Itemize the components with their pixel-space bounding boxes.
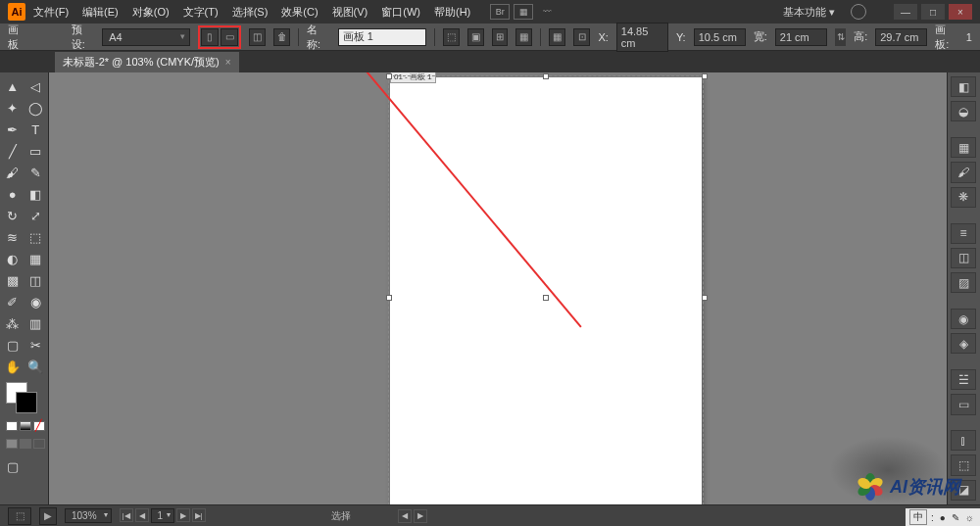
y-input[interactable]: 10.5 cm	[694, 28, 746, 46]
menu-type[interactable]: 文字(T)	[177, 2, 224, 23]
free-transform-tool[interactable]: ⬚	[25, 227, 47, 247]
portrait-orientation-button[interactable]: ▯	[201, 28, 219, 46]
artboards-panel-icon[interactable]: ▭	[951, 394, 976, 414]
last-artboard-button[interactable]: ▶|	[192, 508, 206, 522]
graphic-styles-panel-icon[interactable]: ◈	[951, 333, 976, 354]
artboard-name-input[interactable]	[338, 28, 426, 46]
handle-e[interactable]	[702, 295, 708, 301]
close-button[interactable]: ×	[949, 4, 972, 20]
canvas[interactable]: 01 - 画板 1	[49, 72, 947, 504]
slice-tool[interactable]: ✂	[25, 335, 47, 355]
menu-effect[interactable]: 效果(C)	[275, 2, 323, 23]
menu-edit[interactable]: 编辑(E)	[76, 2, 124, 23]
handle-ne[interactable]	[702, 73, 708, 79]
height-input[interactable]: 29.7 cm	[875, 28, 927, 46]
ime-lang[interactable]: 中	[909, 509, 927, 525]
landscape-orientation-button[interactable]: ▭	[220, 28, 238, 46]
artboard-nav-dropdown[interactable]: 1	[151, 508, 174, 523]
next-artboard-button[interactable]: ▶	[176, 508, 190, 522]
scroll-left-button[interactable]: ◀	[398, 509, 412, 523]
color-guide-panel-icon[interactable]: ◒	[951, 101, 976, 121]
transparency-panel-icon[interactable]: ▨	[951, 272, 976, 293]
scale-tool[interactable]: ⤢	[25, 206, 47, 225]
symbol-sprayer-tool[interactable]: ⁂	[2, 313, 24, 333]
link-wh-icon[interactable]: ⇅	[835, 28, 846, 46]
brushes-panel-icon[interactable]: 🖌	[951, 162, 976, 182]
menu-help[interactable]: 帮助(H)	[428, 2, 476, 23]
screen-mode-icon[interactable]: ▢	[2, 456, 24, 476]
gradient-tool[interactable]: ◫	[25, 270, 47, 290]
handle-nw[interactable]	[386, 73, 392, 79]
swatches-panel-icon[interactable]: ▦	[951, 137, 976, 158]
gpu-preview-icon[interactable]: ⬚	[8, 507, 31, 525]
minimize-button[interactable]: —	[894, 4, 917, 20]
search-icon[interactable]	[851, 4, 866, 20]
first-artboard-button[interactable]: |◀	[120, 508, 133, 522]
color-mode-icon[interactable]	[6, 421, 18, 431]
selection-tool[interactable]: ▲	[2, 76, 24, 96]
zoom-dropdown[interactable]: 103%	[65, 508, 112, 523]
type-tool[interactable]: T	[25, 120, 47, 139]
show-safe-icon[interactable]: ▦	[515, 28, 532, 46]
fill-stroke-swatches[interactable]	[2, 382, 46, 417]
stroke-panel-icon[interactable]: ≡	[951, 223, 976, 244]
artboard-tool[interactable]: ▢	[2, 335, 24, 355]
x-input[interactable]: 14.85 cm	[616, 23, 668, 52]
paintbrush-tool[interactable]: 🖌	[2, 163, 24, 182]
blob-brush-tool[interactable]: ●	[2, 184, 24, 204]
menu-view[interactable]: 视图(V)	[326, 2, 374, 23]
draw-behind-icon[interactable]	[20, 439, 31, 449]
eyedropper-tool[interactable]: ✐	[2, 292, 24, 311]
pencil-tool[interactable]: ✎	[25, 163, 47, 182]
stroke-swatch[interactable]	[16, 392, 37, 413]
ime-shape[interactable]: ●	[938, 512, 948, 523]
scroll-right-button[interactable]: ▶	[414, 509, 427, 523]
align-panel-icon[interactable]: ⫿	[951, 430, 976, 451]
eraser-tool[interactable]: ◧	[25, 184, 47, 204]
direct-selection-tool[interactable]: ◁	[25, 76, 47, 96]
rectangle-tool[interactable]: ▭	[25, 141, 47, 161]
preset-dropdown[interactable]: A4	[102, 28, 190, 46]
maximize-button[interactable]: □	[921, 4, 945, 20]
pen-tool[interactable]: ✒	[2, 120, 24, 139]
document-tab[interactable]: 未标题-2* @ 103% (CMYK/预览) ×	[55, 52, 239, 72]
prev-artboard-button[interactable]: ◀	[135, 508, 149, 522]
ime-language-bar[interactable]: 中 : ● ✎ ☼	[906, 508, 980, 526]
normal-draw-icon[interactable]	[6, 439, 18, 449]
perspective-tool[interactable]: ▦	[25, 249, 47, 268]
appearance-panel-icon[interactable]: ◉	[951, 309, 976, 329]
width-input[interactable]: 21 cm	[775, 28, 827, 46]
reference-point-icon[interactable]: ▦	[549, 28, 565, 46]
delete-artboard-button[interactable]: 🗑	[273, 28, 290, 46]
color-panel-icon[interactable]: ◧	[951, 76, 976, 97]
menu-window[interactable]: 窗口(W)	[375, 2, 426, 23]
ime-punct[interactable]: :	[929, 512, 936, 523]
gradient-mode-icon[interactable]	[20, 421, 31, 431]
ime-pen-icon[interactable]: ✎	[950, 512, 961, 523]
workspace-switcher[interactable]: 基本功能 ▾	[775, 3, 843, 22]
shape-builder-tool[interactable]: ◐	[2, 249, 24, 268]
arrange-documents-icon[interactable]: ▦	[514, 4, 533, 20]
magic-wand-tool[interactable]: ✦	[2, 98, 24, 118]
menu-select[interactable]: 选择(S)	[226, 2, 274, 23]
show-cross-icon[interactable]: ⊞	[492, 28, 509, 46]
mesh-tool[interactable]: ▩	[2, 270, 24, 290]
menu-file[interactable]: 文件(F)	[27, 2, 74, 23]
draw-inside-icon[interactable]	[33, 439, 45, 449]
presentation-icon[interactable]: ▶	[39, 507, 57, 525]
gradient-panel-icon[interactable]: ◫	[951, 248, 976, 268]
layers-panel-icon[interactable]: ☱	[951, 369, 976, 390]
graph-tool[interactable]: ▥	[25, 313, 47, 333]
ime-settings-icon[interactable]: ☼	[963, 512, 976, 523]
handle-w[interactable]	[386, 295, 392, 301]
blend-tool[interactable]: ◉	[25, 292, 47, 311]
menu-object[interactable]: 对象(O)	[126, 2, 175, 23]
handle-center[interactable]	[543, 295, 549, 301]
zoom-tool[interactable]: 🔍	[25, 357, 47, 376]
rotate-tool[interactable]: ↻	[2, 206, 24, 225]
bridge-icon[interactable]: Br	[490, 4, 510, 20]
tab-close-icon[interactable]: ×	[225, 57, 231, 68]
handle-n[interactable]	[543, 73, 549, 79]
options-icon[interactable]: ⊡	[573, 28, 590, 46]
move-artwork-toggle[interactable]: ⬚	[443, 28, 460, 46]
